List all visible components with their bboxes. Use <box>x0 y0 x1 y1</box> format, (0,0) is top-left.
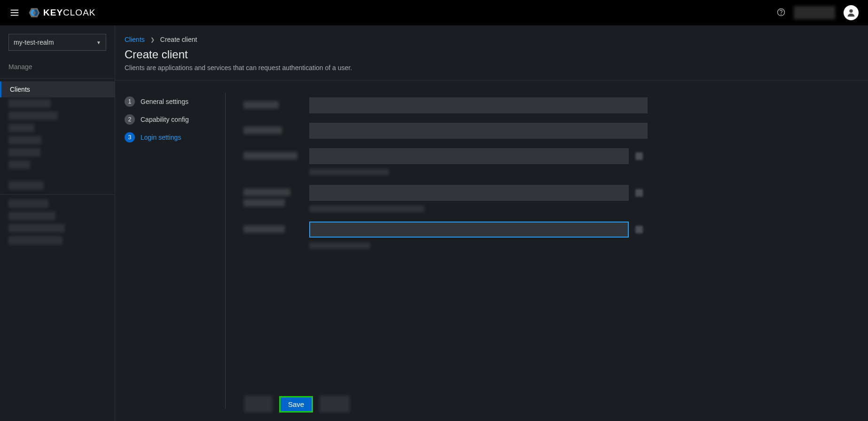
sidebar-divider <box>0 78 115 79</box>
page-title: Create client <box>125 48 859 61</box>
content-area: Clients ❯ Create client Create client Cl… <box>115 25 868 421</box>
form-hint-redacted <box>309 169 389 175</box>
form-input-redacted[interactable] <box>309 97 648 113</box>
keycloak-logo-text: KEYCLOAK <box>43 8 96 18</box>
login-settings-form <box>226 93 859 409</box>
breadcrumb: Clients ❯ Create client <box>115 25 868 43</box>
sidebar-item-redacted[interactable] <box>8 160 30 169</box>
redacted-topbar-widget <box>794 6 835 19</box>
sidebar-section-redacted <box>8 181 44 190</box>
wizard-step-number: 3 <box>125 132 135 143</box>
breadcrumb-current: Create client <box>160 36 197 43</box>
sidebar: my-test-realm ▼ Manage Clients <box>0 25 115 421</box>
caret-down-icon: ▼ <box>96 40 101 45</box>
form-label-redacted <box>243 225 285 233</box>
input-action-icon-redacted[interactable] <box>635 189 643 197</box>
sidebed-item-redacted[interactable] <box>8 199 48 208</box>
form-input-redacted[interactable] <box>309 222 629 238</box>
input-action-icon-redacted[interactable] <box>635 226 643 233</box>
form-hint-redacted <box>309 242 370 249</box>
svg-point-8 <box>849 9 852 13</box>
form-input-redacted[interactable] <box>309 148 629 164</box>
keycloak-logo-icon <box>28 7 40 19</box>
form-input-redacted[interactable] <box>309 123 648 139</box>
footer-button-redacted[interactable] <box>244 396 273 413</box>
wizard-step-number: 2 <box>125 114 135 125</box>
page-header: Create client Clients are applications a… <box>115 43 868 80</box>
realm-selector-value: my-test-realm <box>14 39 54 46</box>
sidebar-item-clients[interactable]: Clients <box>0 81 115 97</box>
wizard-step-label: Capability config <box>141 116 189 123</box>
sidebar-item-redacted[interactable] <box>8 136 41 144</box>
sidebar-item-redacted[interactable] <box>8 212 55 220</box>
sidebar-item-label: Clients <box>10 86 30 93</box>
form-hint-redacted <box>309 206 424 212</box>
form-label-redacted <box>243 199 285 207</box>
save-button[interactable]: Save <box>279 396 313 413</box>
wizard-step-capability-config[interactable]: 2 Capability config <box>125 111 216 128</box>
sidebar-item-redacted[interactable] <box>8 124 34 132</box>
form-label-redacted <box>243 152 297 159</box>
keycloak-logo[interactable]: KEYCLOAK <box>28 7 96 19</box>
topbar: KEYCLOAK <box>0 0 868 25</box>
wizard-steps: 1 General settings 2 Capability config 3… <box>125 93 226 409</box>
sidebar-section-manage: Manage <box>0 60 115 75</box>
sidebar-item-redacted[interactable] <box>8 236 63 245</box>
footer-button-redacted[interactable] <box>320 396 350 413</box>
sidebar-item-redacted[interactable] <box>8 99 51 108</box>
form-label-redacted <box>243 189 290 196</box>
svg-point-7 <box>781 14 782 14</box>
chevron-right-icon: ❯ <box>150 37 155 43</box>
wizard-step-general-settings[interactable]: 1 General settings <box>125 93 216 111</box>
wizard-footer-actions: Save <box>244 396 350 413</box>
help-icon[interactable] <box>777 8 785 18</box>
sidebar-divider <box>0 194 115 195</box>
form-label-redacted <box>243 127 282 134</box>
form-label-redacted <box>243 101 279 109</box>
user-avatar[interactable] <box>844 5 859 20</box>
wizard-step-number: 1 <box>125 96 135 107</box>
wizard-step-label: Login settings <box>141 134 181 141</box>
breadcrumb-link-clients[interactable]: Clients <box>125 36 145 43</box>
sidebar-item-redacted[interactable] <box>8 111 58 120</box>
realm-selector[interactable]: my-test-realm ▼ <box>8 34 106 51</box>
wizard-step-label: General settings <box>141 98 188 105</box>
sidebar-item-redacted[interactable] <box>8 148 40 157</box>
form-input-redacted[interactable] <box>309 185 629 201</box>
hamburger-icon[interactable] <box>9 8 20 18</box>
sidebar-item-redacted[interactable] <box>8 224 65 232</box>
wizard-step-login-settings[interactable]: 3 Login settings <box>125 128 216 146</box>
input-action-icon-redacted[interactable] <box>635 152 643 160</box>
page-description: Clients are applications and services th… <box>125 64 859 71</box>
